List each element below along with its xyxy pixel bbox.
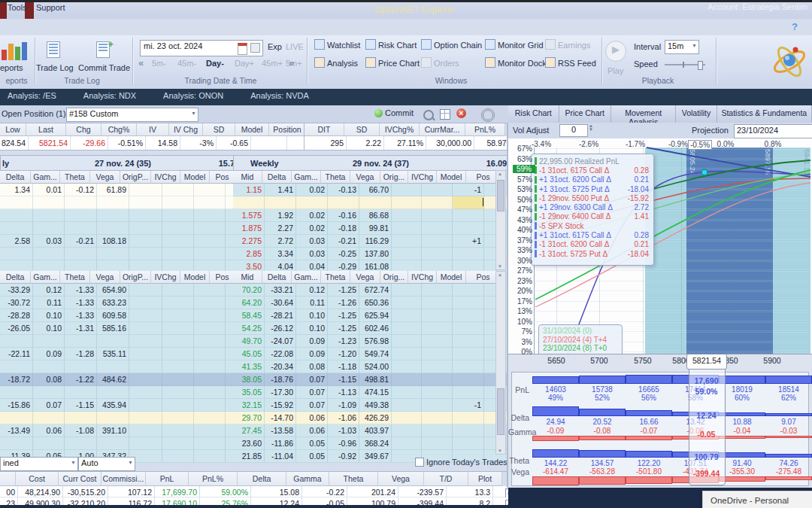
menu-tools[interactable]: Tools (8, 3, 27, 12)
chain-row[interactable] (0, 196, 253, 209)
chain-header[interactable]: Vega (350, 271, 380, 284)
chain-header[interactable]: IVChg (151, 171, 180, 184)
chain-header[interactable]: Delta (262, 171, 292, 184)
time-step-45m-[interactable]: 45m- (177, 59, 196, 68)
tab-statistics-fundamenta[interactable]: Statistics & Fundamenta (717, 105, 812, 123)
chain-row[interactable]: 38.05-18.760.07-1.15498.81 (233, 373, 521, 386)
chain-header[interactable]: Gam... (31, 171, 60, 184)
chain-row[interactable]: -28.280.10-1.33609.58 (0, 309, 253, 322)
chain-header[interactable]: Delta (262, 271, 292, 284)
step-back-icon[interactable]: « (138, 57, 144, 68)
tab-analysis-0[interactable]: Analysis: /ES (0, 89, 70, 105)
gear-icon[interactable] (481, 108, 495, 122)
chain-header[interactable]: OrigP... (120, 271, 151, 284)
chain-row[interactable]: 49.70-24.070.09-1.23576.98 (233, 335, 521, 348)
chain-header[interactable]: Vega (350, 171, 380, 184)
expiry-header[interactable]: Weekly29 nov. 24 (37)16.09% (233, 155, 521, 171)
chain-header[interactable]: Gam... (292, 171, 321, 184)
chain-row[interactable]: -30.720.11-1.33633.23 (0, 297, 253, 309)
step-forward-icon[interactable]: » (289, 57, 294, 68)
chain-header[interactable]: Vega (90, 171, 120, 184)
footer-header[interactable] (0, 472, 16, 486)
vol-adjust-spinner[interactable]: ▲▼ (589, 124, 593, 132)
chain-header[interactable]: Theta (60, 171, 90, 184)
summary-header[interactable]: IV Chg (169, 123, 203, 136)
trade-log-button[interactable]: Trade Log (36, 63, 74, 72)
chain-header[interactable]: IVChg (151, 271, 180, 284)
chain-row[interactable] (233, 196, 521, 209)
summary-header[interactable]: Model (235, 123, 269, 136)
footer-header[interactable]: PnL (146, 472, 189, 486)
chain-header[interactable]: Mid (233, 271, 262, 284)
footer-header[interactable]: Commissi... (102, 472, 146, 486)
summary-header[interactable]: CurrMar... (420, 123, 465, 136)
summary-header[interactable]: IVChg% (380, 123, 420, 136)
chain-row[interactable]: 2.2752.720.03-0.21116.29+1 (233, 235, 521, 248)
chain-header[interactable]: Model (180, 271, 210, 284)
chain-header[interactable]: Delta (0, 171, 31, 184)
menu-support[interactable]: Support (36, 3, 65, 12)
window-toggle-orders[interactable]: Orders (421, 57, 459, 69)
window-toggle-monitor-dock[interactable]: Monitor Dock (485, 57, 547, 69)
chain-row[interactable]: -26.050.10-1.31585.16 (0, 322, 253, 335)
chain-header[interactable]: Pos (210, 171, 235, 184)
footer-header[interactable]: Cost (16, 472, 59, 486)
chain-bottom-scrollbar[interactable]: ▲▼ (495, 271, 506, 455)
chain-header[interactable]: Model (437, 271, 466, 284)
help-icon[interactable]: ? (792, 21, 798, 32)
expiry-header[interactable]: ly27 nov. 24 (35)15.79% (0, 155, 253, 171)
summary-header[interactable]: Position (269, 123, 306, 136)
chain-row[interactable]: 64.20-30.640.11-1.26650.36 (233, 297, 521, 309)
summary-header[interactable]: Last (26, 123, 66, 136)
summary-header[interactable]: SD (344, 123, 380, 136)
chain-header[interactable]: Theta (321, 171, 350, 184)
chain-row[interactable]: -22.110.09-1.28535.11 (0, 348, 253, 360)
chain-row[interactable]: 54.25-26.120.10-1.25602.46 (233, 322, 521, 335)
projection-input[interactable]: 23/10/2024 (734, 124, 812, 138)
chain-row[interactable]: 29.70-14.700.06-1.06426.29 (233, 412, 521, 424)
chain-row[interactable]: 32.15-15.920.07-1.09449.38-1 (233, 399, 521, 412)
tab-analysis-1[interactable]: Analysis: NDX (70, 89, 150, 105)
footer-header[interactable]: PnL% (189, 472, 238, 486)
chain-row[interactable]: -33.290.12-1.33654.90 (0, 284, 253, 297)
window-toggle-watchlist[interactable]: Watchlist (314, 39, 360, 51)
chain-row[interactable]: 45.05-22.080.09-1.20549.74 (233, 348, 521, 360)
chain-row[interactable]: 41.35-20.340.08-1.18524.00 (233, 360, 521, 373)
interval-select[interactable]: 15m▼ (665, 40, 699, 54)
window-toggle-option-chain[interactable]: Option Chain (421, 39, 482, 51)
trading-date-input[interactable]: mi. 23 oct. 2024 (140, 40, 263, 56)
window-toggle-earnings[interactable]: Earnings (545, 39, 590, 51)
summary-header[interactable]: PnL% (465, 123, 505, 136)
search-icon[interactable] (423, 110, 434, 120)
chain-row[interactable]: -15.860.07-1.15435.94 (0, 399, 253, 412)
chain-row[interactable] (0, 386, 253, 399)
footer-header[interactable]: T/D (424, 472, 468, 486)
calendar-icon[interactable] (238, 43, 247, 55)
time-step-5m-[interactable]: 5m- (152, 59, 166, 68)
tab-analysis-3[interactable]: Analysis: NVDA (237, 89, 323, 105)
tab-volatility[interactable]: Volatility (676, 105, 717, 123)
chain-row[interactable] (0, 335, 253, 348)
chain-row[interactable]: 2.853.340.03-0.25137.80 (233, 248, 521, 260)
reports-button[interactable]: eports (0, 63, 23, 72)
panel-splitter[interactable] (507, 123, 508, 488)
speed-slider[interactable] (665, 64, 705, 65)
chain-row[interactable]: 58.45-28.210.10-1.25625.94 (233, 309, 521, 322)
chain-row[interactable]: 1.8752.270.02-0.1899.81 (233, 222, 521, 235)
chain-header[interactable]: Pos (210, 271, 235, 284)
chain-top-scrollbar[interactable]: ▲▼ (495, 170, 506, 270)
chain-header[interactable]: IVChg (408, 271, 437, 284)
chain-header[interactable]: Gam... (292, 271, 321, 284)
ignore-trades-checkbox[interactable]: Ignore Today's Trades (415, 458, 508, 468)
window-toggle-price-chart[interactable]: Price Chart (365, 57, 420, 69)
summary-header[interactable]: SD (203, 123, 235, 136)
chain-row[interactable] (0, 437, 253, 450)
chain-header[interactable]: Delta (0, 271, 31, 284)
time-step-Day+[interactable]: Day+ (235, 59, 254, 68)
summary-header[interactable]: DIT (304, 123, 344, 136)
close-position-icon[interactable]: × (456, 108, 466, 118)
footer-header[interactable]: Delta (238, 472, 286, 486)
window-toggle-analysis[interactable]: Analysis (314, 57, 358, 69)
play-button[interactable]: ▶ (605, 41, 626, 62)
footer-header[interactable]: Theta (329, 472, 378, 486)
